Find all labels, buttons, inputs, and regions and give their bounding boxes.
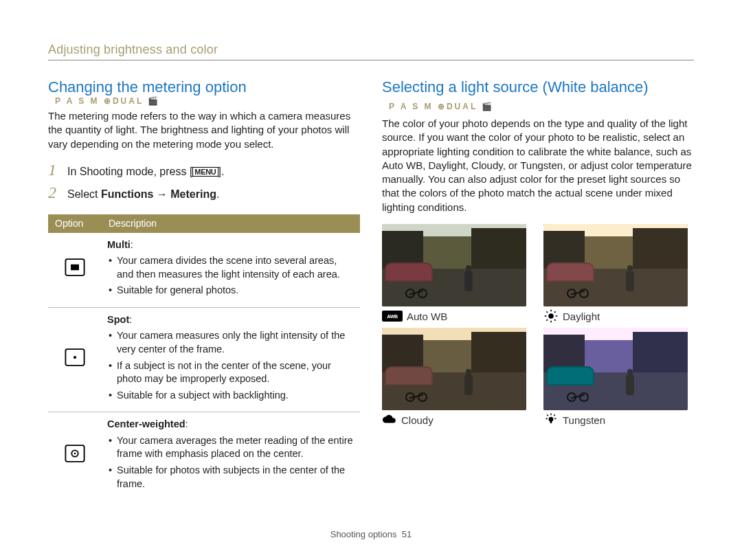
option-name: Center-weighted <box>107 418 186 429</box>
wb-sample-image-daylight <box>543 224 688 306</box>
section-intro: The metering mode refers to the way in w… <box>48 109 360 151</box>
step-text-fragment: → <box>153 188 170 200</box>
metering-options-table: Option Description Multi: <box>48 214 360 500</box>
svg-line-21 <box>547 415 548 416</box>
metering-center-icon <box>63 442 87 465</box>
step-text-bold: Functions <box>101 188 153 200</box>
wb-label-text: Auto WB <box>407 311 447 322</box>
section-title-wb: Selecting a light source (White balance) <box>382 78 694 96</box>
svg-point-16 <box>549 417 554 422</box>
section-heading-row: Changing the metering option P A S M ⊕DU… <box>48 78 360 109</box>
wb-label: Daylight <box>543 311 694 322</box>
option-bullet: If a subject is not in the center of the… <box>107 359 355 386</box>
step-text-fragment: Select <box>67 188 101 200</box>
option-description: Multi: Your camera divides the scene int… <box>102 233 360 308</box>
svg-point-3 <box>74 356 76 359</box>
option-bullet: Your camera measures only the light inte… <box>107 329 355 356</box>
step-number: 2 <box>48 183 67 202</box>
awb-icon: AWB <box>382 311 403 322</box>
table-row: Spot: Your camera measures only the ligh… <box>48 307 360 412</box>
footer-section: Shooting options <box>330 529 397 539</box>
table-row: Multi: Your camera divides the scene int… <box>48 233 360 308</box>
metering-spot-icon <box>63 346 87 369</box>
table-header-description: Description <box>102 214 360 233</box>
wb-sample-image-tungsten <box>543 328 688 410</box>
wb-sample-image-cloudy <box>382 328 526 410</box>
option-name: Multi <box>107 239 131 250</box>
step-text: Select Functions → Metering. <box>67 188 219 201</box>
cloudy-icon <box>382 414 397 425</box>
step-text: In Shooting mode, press [MENU]. <box>67 166 224 178</box>
section-title-metering: Changing the metering option <box>48 78 247 96</box>
option-bullet: Your camera divides the scene into sever… <box>107 254 355 281</box>
white-balance-samples: AWB Auto WB Daylight <box>382 224 694 426</box>
left-column: Changing the metering option P A S M ⊕DU… <box>48 78 360 500</box>
wb-sample: Daylight <box>543 224 694 322</box>
svg-rect-17 <box>550 421 552 423</box>
content-columns: Changing the metering option P A S M ⊕DU… <box>48 78 694 500</box>
wb-label-text: Daylight <box>563 311 600 322</box>
option-name: Spot <box>107 314 129 325</box>
mode-indicator: P A S M ⊕DUAL 🎬 <box>55 96 160 106</box>
wb-label: AWB Auto WB <box>382 311 532 322</box>
metering-multi-icon <box>63 256 87 279</box>
svg-line-14 <box>554 312 556 313</box>
page-footer: Shooting options 51 <box>0 529 742 539</box>
step-1: 1 In Shooting mode, press [MENU]. <box>48 161 360 179</box>
footer-page-number: 51 <box>402 529 412 539</box>
step-text-fragment: In Shooting mode, press [ <box>67 166 192 177</box>
wb-label: Tungsten <box>543 414 694 426</box>
wb-sample: AWB Auto WB <box>382 224 532 322</box>
svg-line-22 <box>554 415 555 416</box>
step-text-fragment: ]. <box>218 166 225 177</box>
steps-list: 1 In Shooting mode, press [MENU]. 2 Sele… <box>48 161 360 202</box>
mode-indicator: P A S M ⊕DUAL 🎬 <box>389 102 494 111</box>
wb-label-text: Tungsten <box>563 414 605 426</box>
page-header: Adjusting brightness and color <box>48 43 694 60</box>
svg-point-7 <box>548 314 554 320</box>
wb-sample-image-auto <box>382 224 526 306</box>
right-column: Selecting a light source (White balance)… <box>382 78 694 500</box>
manual-page: Adjusting brightness and color Changing … <box>0 0 742 560</box>
option-icon-cell <box>48 307 102 412</box>
table-header-option: Option <box>48 214 102 233</box>
step-2: 2 Select Functions → Metering. <box>48 183 360 202</box>
option-icon-cell <box>48 233 102 308</box>
section-intro: The color of your photo depends on the t… <box>382 117 694 214</box>
wb-sample: Tungsten <box>543 328 694 426</box>
svg-line-15 <box>546 320 548 321</box>
option-bullet: Your camera averages the meter reading o… <box>107 434 355 461</box>
wb-label-text: Cloudy <box>401 414 434 426</box>
step-number: 1 <box>48 161 67 179</box>
wb-sample: Cloudy <box>382 328 532 426</box>
svg-rect-1 <box>71 265 79 271</box>
step-text-bold: Metering <box>170 188 216 200</box>
svg-line-13 <box>554 320 556 321</box>
option-bullet: Suitable for a subject with backlighting… <box>107 389 355 403</box>
daylight-icon <box>543 311 559 322</box>
option-description: Spot: Your camera measures only the ligh… <box>102 307 360 412</box>
option-bullet: Suitable for photos with subjects in the… <box>107 464 355 491</box>
option-bullet: Suitable for general photos. <box>107 284 355 298</box>
option-description: Center-weighted: Your camera averages th… <box>102 412 360 500</box>
step-text-fragment: . <box>216 188 219 200</box>
svg-line-12 <box>546 312 548 313</box>
menu-button-label: MENU <box>192 167 218 177</box>
svg-point-6 <box>74 453 76 455</box>
wb-label: Cloudy <box>382 414 532 426</box>
table-row: Center-weighted: Your camera averages th… <box>48 412 360 500</box>
option-icon-cell <box>48 412 102 500</box>
tungsten-icon <box>543 414 559 425</box>
